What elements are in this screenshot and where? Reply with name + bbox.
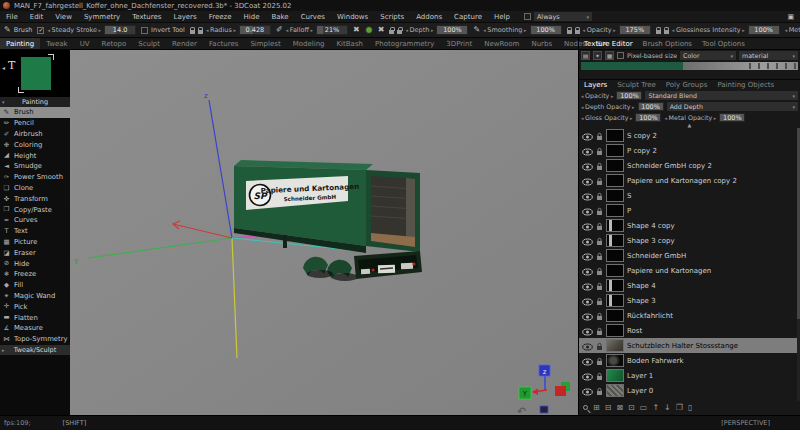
tool-topo-symmetry[interactable]: ⋈Topo-Symmetry bbox=[0, 334, 70, 345]
layers-search-icon[interactable] bbox=[583, 404, 588, 412]
workspace-tab-tweak[interactable]: Tweak bbox=[40, 38, 74, 49]
layer-thumbnail[interactable] bbox=[606, 234, 624, 247]
layer-row-papiere-und-kartonagen-copy-2[interactable]: Papiere und Kartonagen copy 2 bbox=[579, 173, 800, 188]
tool-curves[interactable]: ≈Curves bbox=[0, 215, 70, 226]
layer-row-schutzblech-halter-stossstange[interactable]: Schutzblech Halter Stossstange bbox=[579, 338, 800, 353]
gizmo-mini-icon[interactable] bbox=[540, 406, 548, 413]
layer-thumbnail[interactable] bbox=[606, 204, 624, 217]
tool-transform[interactable]: ✜Transform bbox=[0, 193, 70, 204]
tool-eraser[interactable]: ◪Eraser bbox=[0, 247, 70, 258]
tool-copy-paste[interactable]: ❐Copy/Paste bbox=[0, 204, 70, 215]
layer-thumbnail[interactable] bbox=[606, 384, 624, 397]
tool-pick[interactable]: ✛Pick bbox=[0, 301, 70, 312]
metal-opacity-value[interactable]: 100% bbox=[719, 113, 745, 122]
toolbar-checkbox-invert-tool[interactable] bbox=[141, 27, 148, 34]
layer-row-shape-3-copy[interactable]: Shape 3 copy bbox=[579, 233, 800, 248]
tool-freeze[interactable]: ❄Freeze bbox=[0, 269, 70, 280]
menu-item-view[interactable]: View bbox=[49, 13, 78, 21]
move-layer-up-icon[interactable]: ↑ bbox=[652, 404, 659, 412]
lock-icon[interactable] bbox=[596, 381, 603, 400]
color-channel-dropdown[interactable]: Color ▾ bbox=[680, 51, 736, 60]
menu-item-freeze[interactable]: Freeze bbox=[203, 13, 238, 21]
layer-row-r-ckfahrlicht[interactable]: Rückfahrlicht bbox=[579, 308, 800, 323]
panel-toggle-icon[interactable]: ▣ bbox=[787, 13, 794, 21]
layer-row-layer-0[interactable]: Layer 0 bbox=[579, 383, 800, 398]
opacity-label[interactable]: Opacity bbox=[581, 92, 613, 99]
layer-thumbnail[interactable] bbox=[606, 279, 624, 292]
tab-texture-editor[interactable]: Texture Editor bbox=[579, 40, 638, 48]
layer-row-shape-3[interactable]: Shape 3 bbox=[579, 293, 800, 308]
tool-height[interactable]: ◢Height bbox=[0, 150, 70, 161]
toolbar-checkbox-steady-stroke[interactable]: ✓ bbox=[37, 27, 44, 34]
toolbar-label-opacity[interactable]: Opacity bbox=[583, 26, 616, 34]
import-layer-icon[interactable]: ⊡ bbox=[628, 404, 635, 412]
3d-viewport[interactable]: z Y SP Papiere und Ka bbox=[70, 50, 578, 415]
toolbar-value-glossiness-intensity[interactable]: 100% bbox=[748, 25, 780, 35]
layer-thumbnail[interactable] bbox=[606, 159, 624, 172]
toolbar-label-smoothing[interactable]: Smoothing bbox=[483, 26, 526, 34]
tool-measure[interactable]: ∡Measure bbox=[0, 323, 70, 334]
truck-model[interactable]: SP Papiere und Kartonagen Schneider GmbH bbox=[234, 160, 422, 281]
layer-thumbnail[interactable] bbox=[606, 264, 624, 277]
pixel-based-size-checkbox[interactable] bbox=[617, 52, 624, 59]
layer-row-p[interactable]: P bbox=[579, 203, 800, 218]
toolbar-value-opacity[interactable]: 175% bbox=[619, 25, 651, 35]
add-folder-icon[interactable]: ⊟ bbox=[605, 404, 612, 412]
workspace-tab-nurbs[interactable]: Nurbs bbox=[525, 38, 558, 49]
layer-row-p-copy-2[interactable]: P copy 2 bbox=[579, 143, 800, 158]
tool-fill[interactable]: ◆Fill bbox=[0, 280, 70, 291]
toolbar-label-metalness[interactable]: Metalness bbox=[785, 26, 800, 34]
lock-icon[interactable] bbox=[575, 30, 580, 34]
move-layer-down-icon[interactable]: ↓ bbox=[664, 404, 671, 412]
gloss-opacity-value[interactable]: 100% bbox=[635, 113, 661, 122]
menu-item-bake[interactable]: Bake bbox=[265, 13, 294, 21]
toolbar-label-steady-stroke[interactable]: Steady Stroke bbox=[47, 26, 101, 34]
menu-item-windows[interactable]: Windows bbox=[331, 13, 374, 21]
depth-opacity-label[interactable]: Depth Opacity bbox=[581, 103, 635, 110]
unlock-icon[interactable] bbox=[656, 30, 661, 34]
tool-airbrush[interactable]: ✐Airbrush bbox=[0, 129, 70, 140]
menu-item-curves[interactable]: Curves bbox=[295, 13, 331, 21]
menu-item-textures[interactable]: Textures bbox=[126, 13, 167, 21]
current-color-swatch[interactable] bbox=[21, 57, 51, 90]
tab-brush-options[interactable]: Brush Options bbox=[638, 40, 697, 48]
lock-icon[interactable] bbox=[664, 30, 669, 34]
menu-item-help[interactable]: Help bbox=[488, 13, 516, 21]
export-layer-icon[interactable]: ▭ bbox=[640, 404, 648, 412]
tool-brush[interactable]: ✎Brush bbox=[0, 107, 70, 118]
tool-flatten[interactable]: ▬Flatten bbox=[0, 312, 70, 323]
tool-smudge[interactable]: ◄Smudge bbox=[0, 161, 70, 172]
workspace-tab-sculpt[interactable]: Sculpt bbox=[132, 38, 166, 49]
toolbar-value-smoothing[interactable]: 100% bbox=[530, 25, 562, 35]
toolbar-label-depth[interactable]: Depth bbox=[405, 26, 433, 34]
menu-item-scripts[interactable]: Scripts bbox=[374, 13, 410, 21]
toolbar-label-falloff[interactable]: Falloff bbox=[286, 26, 313, 34]
duplicate-layer-icon[interactable]: ⊠ bbox=[616, 404, 623, 412]
add-layer-icon[interactable]: ⊞ bbox=[593, 404, 600, 412]
depth-opacity-value[interactable]: 100% bbox=[638, 102, 664, 111]
lock-icon[interactable] bbox=[198, 30, 203, 34]
menu-item-symmetry[interactable]: Symmetry bbox=[78, 13, 126, 21]
tool-clone[interactable]: ❏Clone bbox=[0, 183, 70, 194]
layer-row-boden-fahrwerk[interactable]: Boden Fahrwerk bbox=[579, 353, 800, 368]
falloff-pen-icon[interactable]: ✐ bbox=[276, 26, 283, 34]
workspace-tab-factures[interactable]: Factures bbox=[203, 38, 244, 49]
tool-coloring[interactable]: ❉Coloring bbox=[0, 139, 70, 150]
layer-thumbnail[interactable] bbox=[606, 174, 624, 187]
current-color-dot[interactable] bbox=[365, 26, 373, 34]
tool-magic-wand[interactable]: ✴Magic Wand bbox=[0, 291, 70, 302]
layer-thumbnail[interactable] bbox=[606, 189, 624, 202]
tool-hide[interactable]: ⊘Hide bbox=[0, 258, 70, 269]
navigation-gizmo[interactable]: z Y ↶ bbox=[517, 365, 570, 415]
toolbar-label-glossiness-intensity[interactable]: Glossiness Intensity bbox=[672, 26, 745, 34]
menu-item-hide[interactable]: Hide bbox=[238, 13, 266, 21]
layer-thumbnail[interactable] bbox=[606, 369, 624, 382]
tab-painting-objects[interactable]: Painting Objects bbox=[712, 81, 779, 89]
grid-view-icon[interactable]: ▦ bbox=[605, 51, 614, 60]
workspace-tab-render[interactable]: Render bbox=[166, 38, 203, 49]
gloss-opacity-label[interactable]: Gloss Opacity bbox=[581, 114, 632, 121]
layer-thumbnail[interactable] bbox=[606, 339, 624, 352]
brush-tool-icon[interactable]: ✎ bbox=[4, 26, 11, 34]
layer-thumbnail[interactable] bbox=[606, 219, 624, 232]
toolbar-value-falloff[interactable]: 21% bbox=[316, 25, 348, 35]
